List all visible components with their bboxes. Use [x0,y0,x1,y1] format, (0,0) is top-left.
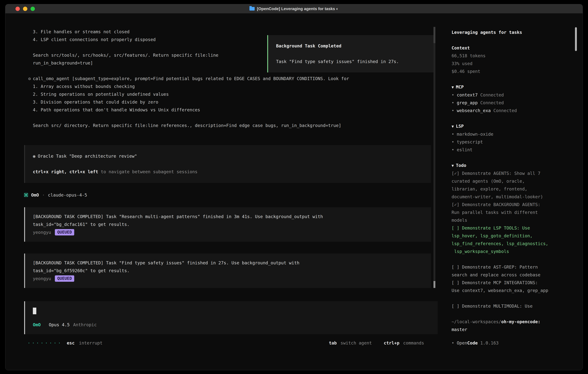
message-meta: yeongyuQUEUED [33,228,423,236]
mcp-server-name: websearch_exa [457,108,491,113]
prompt-input[interactable]: OmOOpus 4.5Anthropic [24,301,438,334]
lsp-list: •markdown-oxide•typescript•eslint [452,130,565,154]
notification-title: Background Task Completed [276,42,426,50]
input-spacer [33,315,430,321]
background-task-message[interactable]: [BACKGROUND TASK COMPLETED] Task "Find t… [24,254,431,288]
mcp-section-header[interactable]: ▼MCP [452,83,565,91]
record-icon: ◉ [33,154,35,159]
spinner-dots: ········ [28,339,63,347]
context-used: 33% used [452,60,565,68]
input-agent-label: OmO [33,322,41,327]
message-author: yeongyu [33,230,51,235]
message-author: yeongyu [33,276,51,281]
lsp-server-name: eslint [457,147,472,152]
chevron-down-icon: ▼ [452,124,454,129]
mcp-heading: MCP [456,84,464,90]
gap [452,75,565,83]
background-task-notification[interactable]: Background Task Completed Task "Find typ… [267,35,434,73]
separator-dot: · [42,193,45,197]
tool-call-line: 2. String operations on potentially unde… [24,90,431,98]
lsp-server-item: •typescript [452,138,565,146]
mcp-server-status: Connected [493,108,517,113]
titlebar[interactable]: [OpenCode] Leveraging agents for tasks ◐ [5,4,583,13]
brand-code: Code [467,341,478,345]
bullet-icon: • [452,108,454,113]
tool-call-line: Search src/ directory. Return specific f… [24,122,431,129]
agent-icon [24,193,28,197]
todo-item: [ ] Demonstrate MCP INTEGRATIONS: Use co… [452,279,565,294]
message-text: [BACKGROUND TASK COMPLETED] Task "Resear… [33,213,423,228]
tool-call-block: ⚙call_omo_agent [subagent_type=explore, … [24,75,431,129]
workspace-branch: master [452,327,467,332]
navigation-hint: ctrl+x right, ctrl+x left to navigate be… [33,168,423,176]
lsp-server-item: •eslint [452,146,565,154]
text-cursor [33,308,36,314]
tool-call-line [24,114,431,122]
background-task-message[interactable]: [BACKGROUND TASK COMPLETED] Task "Resear… [24,207,431,242]
esc-key-label: interrupt [79,339,103,347]
brand-open: Open [457,341,467,345]
todo-item: [ ] Demonstrate AST-GREP: Pattern search… [452,263,565,279]
context-spent: $0.46 spent [452,68,565,75]
minimize-button[interactable] [23,7,27,11]
mcp-server-item: •websearch_exaConnected [452,107,565,114]
blank-line [276,50,426,58]
todo-item: [✓] Demonstrate AGENTS: Show all 7 curat… [452,169,565,201]
bullet-icon: • [452,139,454,145]
ctrlp-key-hint: ctrl+p [384,339,399,347]
lsp-section-header[interactable]: ▼LSP [452,122,565,130]
scrollbar-segment[interactable] [433,27,435,43]
message-list: [BACKGROUND TASK COMPLETED] Task "Resear… [24,207,431,288]
hint-keys: ctrl+x right, ctrl+x left [33,169,98,174]
workspace-path: ~/local-workspaces/oh-my-opencode: maste… [452,318,565,333]
agent-name: OmO [31,193,39,197]
opencode-version: •OpenCode1.0.163 [452,339,565,347]
gap [452,114,565,122]
gap [452,36,565,44]
esc-key-hint: esc [67,339,75,347]
oracle-task-card[interactable]: ◉Oracle Task "Deep architecture review" … [24,145,431,183]
terminal-pane: 3. File handles or streams not closed4. … [5,13,441,370]
content: 3. File handles or streams not closed4. … [5,13,583,370]
sidebar-scrollbar[interactable] [575,27,577,51]
gear-icon: ⚙ [28,76,31,81]
bullet-icon: • [452,132,454,137]
scrollbar-thumb[interactable] [433,281,435,288]
close-button[interactable] [15,7,20,11]
todo-section-header[interactable]: ▼Todo [452,162,565,169]
workspace-prefix: ~/local-workspaces/ [452,319,501,324]
window-title: [OpenCode] Leveraging agents for tasks ◐ [257,7,339,11]
gap [452,154,565,162]
tool-call-line: 4. Path operations that don't handle Win… [24,106,431,114]
gap [452,310,565,318]
input-line[interactable] [33,307,430,315]
lsp-heading: LSP [456,124,464,129]
app-window: [OpenCode] Leveraging agents for tasks ◐… [5,4,583,370]
bullet-icon: • [452,147,454,152]
blank-line [33,160,423,168]
bullet-icon: • [452,341,454,345]
context-heading: Context [452,44,565,52]
agent-model: claude-opus-4-5 [48,193,87,197]
main-scrollbar[interactable] [433,27,435,288]
oracle-task-title: Oracle Task "Deep architecture review" [38,154,137,159]
statusbar-right: tab switch agent ctrl+p commands [329,339,424,347]
mcp-list: •context7Connected•grep_appConnected•web… [452,91,565,114]
chevron-down-icon: ▼ [452,85,454,89]
gap [452,255,565,263]
window-title-group: [OpenCode] Leveraging agents for tasks ◐ [250,7,339,11]
bullet-icon: • [452,93,454,97]
status-badge: QUEUED [55,229,74,235]
ctrlp-key-label: commands [403,339,424,347]
message-meta: yeongyuQUEUED [33,275,423,282]
zoom-button[interactable] [31,7,35,11]
session-title: Leveraging agents for tasks [452,29,565,36]
context-tokens: 66,518 tokens [452,52,565,60]
mcp-server-item: •context7Connected [452,91,565,99]
input-meta: OmOOpus 4.5Anthropic [33,321,430,329]
bullet-icon: • [452,100,454,105]
terminal-line: 3. File handles or streams not closed [24,28,431,36]
sidebar: Leveraging agents for tasks Context 66,5… [441,13,583,370]
tool-call-line: 1. Array access without bounds checking [24,83,431,90]
tool-call-command: ⚙call_omo_agent [subagent_type=explore, … [24,75,431,83]
